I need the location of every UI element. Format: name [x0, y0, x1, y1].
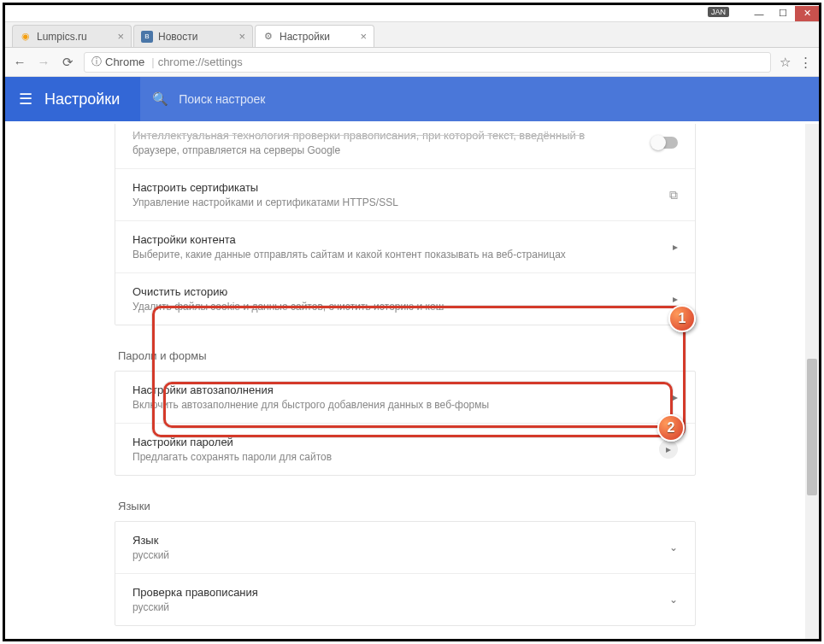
tab-title: Настройки	[280, 31, 356, 43]
minimize-button[interactable]: —	[747, 6, 771, 21]
scrollbar[interactable]	[805, 124, 819, 639]
section-heading-languages: Языки	[115, 489, 696, 521]
app-window: JAN — ☐ ✕ ◉ Lumpics.ru × B Новости × ⚙ Н…	[3, 3, 821, 641]
chevron-right-icon: ▸	[659, 440, 678, 459]
address-bar: ← → ⟳ ⓘ Chrome | chrome://settings ☆ ⋮	[5, 48, 819, 77]
card-languages: Язык русский ⌄ Проверка правописания рус…	[115, 521, 696, 626]
annotation-badge-2: 2	[657, 414, 685, 442]
chevron-right-icon: ▸	[673, 391, 678, 403]
row-subtitle: русский	[132, 549, 669, 561]
row-title: Настройки автозаполнения	[132, 383, 673, 396]
back-button[interactable]: ←	[12, 55, 27, 69]
tab-news[interactable]: B Новости ×	[133, 25, 253, 47]
card-privacy: Интеллектуальная технология проверки пра…	[115, 124, 696, 325]
row-subtitle: Предлагать сохранять пароли для сайтов	[132, 451, 659, 463]
search-icon: 🔍	[152, 91, 168, 107]
row-autofill-settings[interactable]: Настройки автозаполнения Включить автоза…	[115, 372, 695, 424]
row-language[interactable]: Язык русский ⌄	[115, 522, 695, 574]
row-subtitle: Удалить файлы cookie и данные сайтов, оч…	[132, 301, 673, 313]
tab-title: Lumpics.ru	[37, 31, 114, 43]
chevron-down-icon: ⌄	[669, 594, 678, 606]
hamburger-icon[interactable]: ☰	[19, 90, 32, 108]
scheme-label: Chrome	[105, 56, 144, 68]
info-icon: ⓘ	[91, 55, 102, 69]
row-title: Очистить историю	[132, 285, 673, 298]
settings-search[interactable]: 🔍	[140, 77, 819, 121]
section-heading-passwords: Пароли и формы	[115, 339, 696, 371]
row-subtitle: Выберите, какие данные отправлять сайтам…	[132, 249, 673, 261]
gear-icon: ⚙	[262, 31, 274, 43]
tab-title: Новости	[158, 31, 235, 43]
close-button[interactable]: ✕	[795, 6, 819, 21]
row-subtitle: русский	[132, 601, 669, 613]
row-subtitle: Управление настройками и сертификатами H…	[132, 196, 669, 208]
scrollbar-thumb[interactable]	[807, 359, 817, 495]
search-input[interactable]	[179, 92, 807, 106]
row-certificates[interactable]: Настроить сертификаты Управление настрой…	[115, 169, 695, 221]
jan-badge: JAN	[708, 7, 729, 17]
reload-button[interactable]: ⟳	[60, 55, 75, 70]
annotation-badge-1: 1	[668, 305, 696, 332]
kebab-menu-icon[interactable]: ⋮	[799, 55, 812, 70]
row-subtitle: Включить автозаполнение для быстрого доб…	[132, 399, 673, 411]
card-passwords: Настройки автозаполнения Включить автоза…	[115, 371, 696, 476]
external-link-icon: ⧉	[669, 188, 678, 202]
forward-button[interactable]: →	[36, 55, 51, 69]
row-password-settings[interactable]: Настройки паролей Предлагать сохранять п…	[115, 424, 695, 475]
row-title: Интеллектуальная технология проверки пра…	[132, 129, 652, 142]
chevron-right-icon: ▸	[673, 241, 678, 253]
titlebar: JAN — ☐ ✕	[5, 5, 819, 22]
url-text: chrome://settings	[158, 56, 243, 68]
toggle-switch[interactable]	[652, 137, 678, 149]
settings-header: ☰ Настройки 🔍	[5, 77, 819, 121]
close-icon[interactable]: ×	[238, 30, 245, 43]
row-spellcheck-cloud[interactable]: Интеллектуальная технология проверки пра…	[115, 124, 695, 169]
page-title: Настройки	[44, 91, 120, 108]
row-title: Язык	[132, 534, 669, 547]
row-title: Проверка правописания	[132, 586, 669, 599]
chevron-down-icon: ⌄	[669, 542, 678, 553]
row-clear-history[interactable]: Очистить историю Удалить файлы cookie и …	[115, 273, 695, 325]
scroll-area: Интеллектуальная технология проверки пра…	[5, 124, 805, 639]
sun-icon: ◉	[20, 31, 32, 43]
row-title: Настроить сертификаты	[132, 181, 669, 194]
vk-icon: B	[141, 31, 153, 43]
close-icon[interactable]: ×	[360, 30, 367, 43]
content-area: Интеллектуальная технология проверки пра…	[5, 124, 819, 639]
omnibox[interactable]: ⓘ Chrome | chrome://settings	[84, 52, 771, 73]
bookmark-icon[interactable]: ☆	[780, 55, 791, 70]
settings-panel: Интеллектуальная технология проверки пра…	[115, 124, 696, 639]
row-title: Настройки контента	[132, 233, 673, 246]
row-spellcheck[interactable]: Проверка правописания русский ⌄	[115, 574, 695, 625]
row-content-settings[interactable]: Настройки контента Выберите, какие данны…	[115, 221, 695, 273]
tab-strip: ◉ Lumpics.ru × B Новости × ⚙ Настройки ×	[5, 22, 819, 48]
chevron-right-icon: ▸	[673, 293, 678, 305]
tab-settings[interactable]: ⚙ Настройки ×	[255, 25, 374, 47]
row-subtitle: браузере, отправляется на серверы Google	[132, 144, 652, 156]
row-title: Настройки паролей	[132, 436, 659, 448]
tab-lumpics[interactable]: ◉ Lumpics.ru ×	[12, 25, 132, 47]
maximize-button[interactable]: ☐	[771, 6, 795, 21]
close-icon[interactable]: ×	[117, 30, 124, 43]
